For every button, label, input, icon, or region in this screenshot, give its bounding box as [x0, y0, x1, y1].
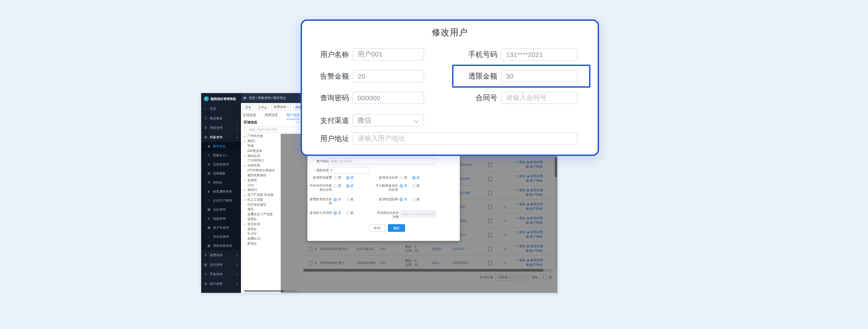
- tree-node-label: 龙华区: [247, 227, 257, 231]
- nav-tab[interactable]: 电费管理 ∨: [271, 104, 291, 110]
- nav-tab[interactable]: 工作台: [255, 104, 269, 110]
- nav-tab[interactable]: 首页: [243, 104, 254, 110]
- tree-node-label: 长沙区: [247, 231, 257, 236]
- edit-user-dialog: 用户地址 请输入用户地址 * 期初余额 0 是否在线缴费否是手机号码为空是否拉合…: [307, 153, 460, 241]
- radio-dot-icon: [346, 176, 349, 179]
- radio-否[interactable]: 否: [334, 211, 341, 215]
- panel-collapse-icon[interactable]: ◫: [296, 121, 299, 124]
- required-asterisk: *: [314, 169, 316, 172]
- sidebar-item[interactable]: ↧档案导入/...: [201, 151, 241, 160]
- page-canvas: ✓ 能耗综合管理系统 ⌂首页◫数据看板⚙系统管理∨▤档案管理∧ ◉基本信息↧档案…: [0, 0, 868, 329]
- sidebar-item-label: 档案管理: [210, 135, 222, 140]
- sidebar-item[interactable]: ▤档案管理∧: [201, 132, 241, 142]
- info-icon: ◉: [207, 145, 211, 148]
- confirm-button[interactable]: 确定: [388, 224, 405, 232]
- caret-right-icon: ▸: [244, 164, 246, 167]
- query-password-input[interactable]: 000000: [353, 92, 424, 104]
- radio-dot-icon: [412, 198, 415, 201]
- radio-option-label: 否: [404, 175, 407, 180]
- phone-input[interactable]: 131****2021: [501, 48, 577, 61]
- sidebar-item-label: 线路管理: [213, 216, 226, 221]
- sidebar-item[interactable]: ▩清算价格管理: [201, 241, 241, 250]
- sidebar-item[interactable]: ▤结算模板: [201, 169, 241, 178]
- sidebar-item[interactable]: ≣线路管理: [201, 214, 241, 223]
- delay-days-label: 月结信发送推迟天数: [375, 211, 399, 219]
- tree-search-input[interactable]: ⌕ 请输入关键字进行查询: [244, 127, 299, 133]
- radio-否[interactable]: 否: [400, 197, 407, 202]
- tree-node-label: 测试区域: [247, 154, 260, 158]
- tree-node-label: 宝安区: [247, 217, 257, 221]
- sidebar-item[interactable]: ⬖标签属性管理: [201, 187, 241, 196]
- sidebar-item[interactable]: ☷采集管理∨: [201, 269, 241, 279]
- initial-balance-input[interactable]: 0: [328, 167, 370, 174]
- report-icon: ▥: [204, 282, 208, 286]
- sub-tab-用户信息[interactable]: 用户信息: [286, 113, 300, 120]
- cancel-button[interactable]: 取消: [369, 224, 385, 232]
- radio-否[interactable]: 否: [400, 183, 407, 188]
- username-label: 用户名称: [302, 48, 349, 61]
- contract-no-input[interactable]: 请输入合同号: [501, 92, 577, 104]
- tree-node-label: 11cs: [247, 183, 254, 187]
- radio-是[interactable]: 是: [346, 175, 354, 180]
- sidebar-item[interactable]: ¥缴费管理∨: [201, 250, 241, 260]
- radio-否[interactable]: 否: [400, 175, 407, 180]
- sidebar-item[interactable]: ▥统计报表∨: [201, 279, 241, 288]
- caret-right-icon: ▸: [244, 154, 246, 157]
- sidebar-menu-bottom: ¥缴费管理∨◧运营管理∨☷采集管理∨▥统计报表∨: [201, 250, 241, 288]
- sidebar-item[interactable]: ♻回收站: [201, 178, 241, 187]
- chevron-down-icon: ∨: [236, 263, 238, 266]
- sidebar-item[interactable]: ▦台区管理: [201, 205, 241, 214]
- sidebar-item[interactable]: ◧运营管理∨: [201, 260, 241, 269]
- chevron-down-icon: ∨: [236, 282, 238, 285]
- radio-dot-icon: [346, 212, 349, 215]
- sidebar-item[interactable]: ⊞总加组管理: [201, 160, 241, 169]
- address-input[interactable]: 请输入用户地址: [328, 158, 435, 164]
- import-icon: ↧: [207, 154, 211, 157]
- tree-node-label: 岳麓区12: [247, 236, 260, 241]
- radio-option-label: 是: [350, 183, 354, 188]
- sidebar-item[interactable]: ▣表户号管理: [201, 223, 241, 232]
- sidebar-item[interactable]: ◫数据看板: [201, 113, 241, 123]
- sidebar-item-label: 结算模板: [213, 171, 226, 176]
- sidebar-item-label: 运营管理: [210, 263, 222, 267]
- radio-option-label: 否: [338, 183, 341, 188]
- sidebar-item[interactable]: ☐企业开户管理: [201, 196, 241, 205]
- radio-是[interactable]: 是: [346, 197, 354, 202]
- sidebar-item-label: 拆分组管理: [213, 235, 229, 239]
- caret-right-icon: ▸: [244, 188, 246, 192]
- alarm-amount-input[interactable]: 20: [353, 70, 424, 82]
- sidebar-item-label: 首页: [210, 107, 216, 111]
- radio-option-label: 否: [338, 211, 341, 215]
- radio-否[interactable]: 否: [334, 175, 341, 180]
- radio-是[interactable]: 是: [412, 197, 420, 202]
- radio-dot-icon: [400, 184, 403, 188]
- radio-是[interactable]: 是: [346, 183, 354, 188]
- radio-是[interactable]: 是: [412, 175, 420, 180]
- radio-dot-icon: [400, 198, 403, 201]
- sidebar-item[interactable]: ⌂首页: [201, 104, 241, 113]
- radio-否[interactable]: 否: [334, 183, 341, 188]
- radio-是[interactable]: 是: [412, 183, 420, 188]
- radio-option-label: 否: [404, 197, 407, 202]
- collapse-menu-icon[interactable]: ▤: [243, 96, 246, 100]
- sidebar-item[interactable]: ◉基本信息: [201, 142, 241, 151]
- pay-channel-label: 支付渠道: [302, 114, 349, 127]
- initial-balance-label: * 期初余额: [311, 168, 329, 173]
- station-icon: ▦: [207, 208, 211, 212]
- user-address-input[interactable]: 请输入用户地址: [353, 132, 577, 145]
- sidebar-item-label: 台区管理: [213, 207, 226, 212]
- sidebar-item[interactable]: ⑂拆分组管理: [201, 232, 241, 241]
- sidebar-item-label: 缴费管理: [210, 253, 222, 258]
- sidebar-item-label: 清算价格管理: [213, 244, 232, 248]
- sub-tab-区域信息[interactable]: 区域信息: [243, 113, 256, 119]
- tree-node-label: 武汉项目测试: [247, 202, 266, 207]
- radio-否[interactable]: 否: [334, 197, 341, 202]
- sidebar-item[interactable]: ⚙系统管理∨: [201, 123, 241, 132]
- username-input[interactable]: 用户001: [353, 48, 424, 61]
- pay-channel-select[interactable]: 微信: [353, 114, 424, 127]
- over-limit-highlight-box: [452, 65, 590, 88]
- tree-node-label: 云南机场: [247, 163, 260, 168]
- sub-tab-房间信息[interactable]: 房间信息: [264, 113, 278, 119]
- radio-是[interactable]: 是: [346, 211, 354, 215]
- area-panel-title: 区域信息: [244, 120, 257, 125]
